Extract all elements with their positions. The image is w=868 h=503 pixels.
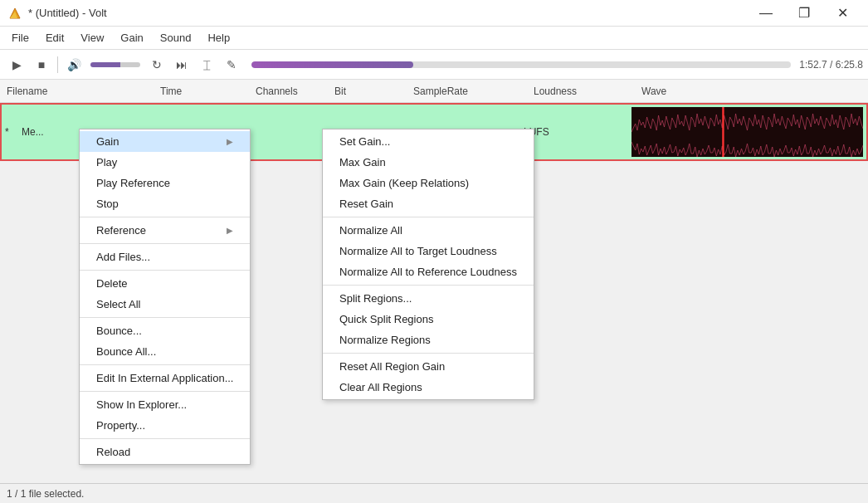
context-menu-show-explorer[interactable]: Show In Explorer... [80, 394, 250, 415]
external-label: Edit In External Application... [96, 372, 233, 384]
volume-slider[interactable] [90, 62, 140, 67]
menu-help[interactable]: Help [199, 28, 238, 47]
separator-d [80, 317, 250, 318]
play-button[interactable]: ▶ [5, 53, 28, 76]
skip-button[interactable]: ⏭ [170, 53, 193, 76]
gain-sep-a [323, 217, 534, 217]
svg-rect-2 [631, 107, 863, 157]
marker-button[interactable]: ⌶ [195, 53, 218, 76]
context-menu-select-all[interactable]: Select All [80, 294, 250, 315]
gain-max-gain-keep[interactable]: Max Gain (Keep Relations) [323, 173, 534, 193]
gain-split-regions[interactable]: Split Regions... [323, 288, 534, 309]
context-menu-play-reference[interactable]: Play Reference [80, 173, 250, 193]
gain-label: Gain [96, 135, 119, 148]
loop-button[interactable]: ↻ [145, 53, 168, 76]
volume-button[interactable]: 🔊 [62, 53, 85, 76]
delete-label: Delete [96, 277, 128, 290]
minimize-button[interactable]: — [747, 0, 785, 27]
progress-bar[interactable] [251, 61, 791, 68]
stop-button[interactable]: ■ [30, 53, 53, 76]
stop-label: Stop [96, 198, 119, 210]
context-menu-property[interactable]: Property... [80, 415, 250, 436]
reload-label: Reload [96, 446, 130, 458]
reference-submenu-arrow: ▶ [227, 226, 233, 235]
gain-normalize-regions[interactable]: Normalize Regions [323, 330, 534, 350]
col-header-wave[interactable]: Wave [635, 85, 868, 97]
gain-max-gain[interactable]: Max Gain [323, 152, 534, 173]
gain-submenu-arrow: ▶ [227, 137, 233, 146]
show-explorer-label: Show In Explorer... [96, 398, 187, 411]
col-header-time[interactable]: Time [154, 85, 249, 97]
play-reference-label: Play Reference [96, 177, 170, 189]
gain-clear-regions[interactable]: Clear All Regions [323, 377, 534, 398]
context-menu-gain[interactable]: Gain ▶ [80, 131, 250, 152]
context-menu-stop[interactable]: Stop [80, 193, 250, 214]
status-text: 1 / 1 file selected. [7, 488, 84, 500]
separator-c [80, 270, 250, 271]
separator-g [80, 438, 250, 439]
separator-b [80, 243, 250, 244]
marker-icon: ⌶ [203, 58, 210, 71]
file-loudness: LUFS [524, 126, 631, 138]
bounce-all-label: Bounce All... [96, 345, 156, 358]
separator-f [80, 391, 250, 392]
context-menu-add-files[interactable]: Add Files... [80, 247, 250, 267]
column-headers: Filename Time Channels Bit SampleRate Lo… [0, 80, 868, 103]
file-wave [631, 107, 863, 157]
title-bar: * (Untitled) - Volt — ❐ ✕ [0, 0, 868, 27]
menu-edit[interactable]: Edit [37, 28, 72, 47]
menu-sound[interactable]: Sound [152, 28, 200, 47]
separator-e [80, 364, 250, 365]
app-icon [7, 5, 23, 22]
add-files-label: Add Files... [96, 251, 150, 263]
context-menu: Gain ▶ Play Play Reference Stop Referenc… [79, 129, 251, 465]
status-bar: 1 / 1 file selected. [0, 483, 868, 503]
volume-icon: 🔊 [67, 58, 81, 71]
context-menu-delete[interactable]: Delete [80, 273, 250, 294]
gain-reset-gain[interactable]: Reset Gain [323, 193, 534, 214]
context-menu-play[interactable]: Play [80, 152, 250, 173]
time-display: 1:52.7 / 6:25.8 [799, 59, 863, 71]
select-all-label: Select All [96, 298, 140, 310]
context-menu-bounce-all[interactable]: Bounce All... [80, 341, 250, 362]
col-header-filename[interactable]: Filename [0, 85, 154, 97]
gain-normalize-all[interactable]: Normalize All [323, 220, 534, 241]
separator-1 [57, 56, 58, 73]
context-menu-external[interactable]: Edit In External Application... [80, 368, 250, 388]
pencil-button[interactable]: ✎ [220, 53, 243, 76]
col-header-bit[interactable]: Bit [328, 85, 407, 97]
progress-fill [251, 61, 413, 68]
context-menu-bounce[interactable]: Bounce... [80, 320, 250, 341]
file-star: * [5, 126, 22, 138]
window-title: * (Untitled) - Volt [28, 7, 107, 19]
toolbar: ▶ ■ 🔊 ↻ ⏭ ⌶ ✎ 1:52.7 / 6:25.8 [0, 50, 868, 80]
menu-bar: File Edit View Gain Sound Help [0, 27, 868, 50]
gain-sep-c [323, 353, 534, 354]
loop-icon: ↻ [152, 58, 162, 71]
menu-view[interactable]: View [72, 28, 112, 47]
gain-reset-region[interactable]: Reset All Region Gain [323, 356, 534, 377]
bounce-label: Bounce... [96, 325, 142, 337]
pencil-icon: ✎ [227, 58, 237, 71]
maximize-button[interactable]: ❐ [785, 0, 823, 27]
col-header-loudness[interactable]: Loudness [527, 85, 635, 97]
close-button[interactable]: ✕ [823, 0, 861, 27]
gain-sep-b [323, 285, 534, 286]
window-controls: — ❐ ✕ [747, 0, 861, 27]
col-header-channels[interactable]: Channels [249, 85, 328, 97]
gain-submenu: Set Gain... Max Gain Max Gain (Keep Rela… [322, 129, 534, 400]
context-menu-reference[interactable]: Reference ▶ [80, 220, 250, 241]
menu-gain[interactable]: Gain [112, 28, 151, 47]
menu-file[interactable]: File [3, 28, 37, 47]
col-header-samplerate[interactable]: SampleRate [407, 85, 527, 97]
context-menu-reload[interactable]: Reload [80, 442, 250, 462]
play-label: Play [96, 156, 117, 168]
property-label: Property... [96, 419, 145, 432]
gain-normalize-target[interactable]: Normalize All to Target Loudness [323, 241, 534, 261]
gain-quick-split[interactable]: Quick Split Regions [323, 309, 534, 330]
wave-display [631, 107, 863, 157]
separator-a [80, 217, 250, 217]
gain-normalize-reference[interactable]: Normalize All to Reference Loudness [323, 261, 534, 282]
reference-label: Reference [96, 224, 146, 237]
gain-set-gain[interactable]: Set Gain... [323, 131, 534, 152]
